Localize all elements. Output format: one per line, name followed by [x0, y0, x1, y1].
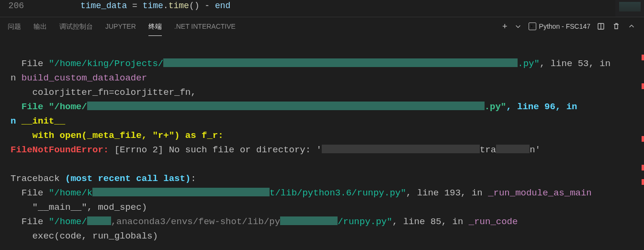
tab-dotnet-interactive[interactable]: .NET INTERACTIVE	[174, 17, 236, 35]
tab-output[interactable]: 输出	[34, 17, 47, 35]
redacted-path	[87, 102, 485, 110]
terminal-scroll-markers	[641, 35, 644, 250]
panel-tab-bar: 问题 输出 调试控制台 JUPYTER 终端 .NET INTERACTIVE …	[0, 17, 644, 35]
redacted-path	[163, 58, 518, 67]
panel: 问题 输出 调试控制台 JUPYTER 终端 .NET INTERACTIVE …	[0, 17, 644, 250]
tab-jupyter[interactable]: JUPYTER	[105, 17, 136, 35]
minimap[interactable]	[615, 0, 644, 17]
new-terminal-icon[interactable]: +	[502, 22, 508, 31]
panel-actions: + Python - FSC147	[502, 22, 636, 31]
chevron-down-icon[interactable]	[513, 22, 523, 31]
tab-debug-console[interactable]: 调试控制台	[59, 17, 93, 35]
editor-code-line[interactable]: time_data = time.time() - end	[80, 0, 230, 11]
redacted-path	[92, 188, 270, 196]
terminal-body[interactable]: File "/home/king/Projects/.py", line 53,…	[0, 35, 644, 250]
terminal-launch-profile[interactable]: Python - FSC147	[529, 23, 590, 30]
editor-strip: 206 time_data = time.time() - end	[0, 0, 644, 17]
redacted-path	[87, 216, 111, 225]
kill-terminal-icon[interactable]	[611, 22, 621, 31]
line-number: 206	[0, 0, 28, 11]
split-terminal-icon[interactable]	[596, 22, 606, 31]
terminal-profile-label: Python - FSC147	[539, 23, 590, 30]
tab-problems[interactable]: 问题	[8, 17, 21, 35]
redacted-path	[280, 216, 338, 225]
terminal-profile-icon	[529, 23, 536, 30]
redacted-path	[322, 145, 480, 153]
chevron-up-icon[interactable]	[627, 22, 636, 31]
redacted-path	[496, 145, 530, 153]
tab-terminal[interactable]: 终端	[148, 17, 162, 36]
minimap-content	[619, 2, 641, 11]
